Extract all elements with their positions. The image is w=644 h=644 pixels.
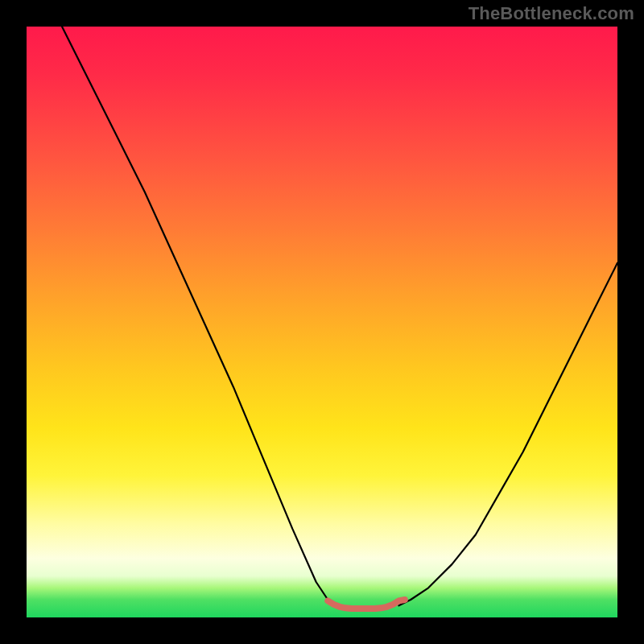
watermark-text: TheBottleneck.com <box>469 3 634 24</box>
chart-stage: TheBottleneck.com <box>0 0 644 644</box>
chart-plot-area <box>27 27 617 617</box>
